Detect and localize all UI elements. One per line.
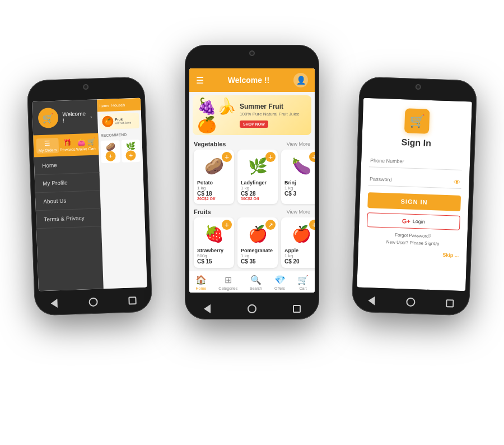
drawer-screen: Items Househ 🍊 Fruit al Fruit Juice xyxy=(32,98,147,291)
product-mini-2: 🌿 + xyxy=(121,140,141,163)
signin-button[interactable]: SIGN IN xyxy=(367,192,461,211)
tab-household[interactable]: Househ xyxy=(111,103,125,107)
apple-weight: 1 kg xyxy=(284,253,315,258)
product-potato: + 🥔 Potato 1 kg C$ 18 20C$2 Off xyxy=(194,150,234,204)
apple-name: Apple xyxy=(284,248,315,253)
user-avatar-icon[interactable]: 👤 xyxy=(293,73,308,87)
nav-search[interactable]: 🔍 Search xyxy=(250,275,262,290)
product-brinjal: + 🍆 Brinj 1 kg C$ 3 xyxy=(281,150,315,204)
fruits-grid: + 🍓 Strawberry 500g C$ 15 ↗ 🍎 Pomegranat… xyxy=(189,217,315,270)
cart-nav-label: Cart xyxy=(300,286,307,290)
drawer-overlay: 🛒 Welcome ! › ☰ My Orders 🎁 Rewards xyxy=(32,99,104,291)
brinjal-name: Brinj xyxy=(284,180,315,186)
recents-button-center[interactable] xyxy=(292,304,302,314)
google-login-button[interactable]: G+ Login xyxy=(367,212,460,230)
add-strawberry-btn[interactable]: + xyxy=(222,220,232,230)
add-ladyfinger-btn[interactable]: + xyxy=(265,152,276,162)
menu-item-terms[interactable]: Terms & Privacy xyxy=(36,208,101,229)
home-nav-icon: 🏠 xyxy=(195,275,207,285)
nav-cart[interactable]: 🛒 Cart xyxy=(297,275,309,290)
phone-left-nav xyxy=(34,295,152,309)
add-potato-btn[interactable]: + xyxy=(222,152,232,162)
ladyfinger-name: Ladyfinger xyxy=(241,180,274,186)
google-g-icon: G+ xyxy=(402,217,410,225)
back-button-right[interactable] xyxy=(366,295,377,306)
drawer-avatar: 🛒 xyxy=(38,108,58,128)
toolbar-item-wallet[interactable]: 👛 Wallet xyxy=(76,138,87,151)
orders-label: My Orders xyxy=(39,148,57,152)
categories-nav-icon: ⊞ xyxy=(225,275,232,285)
password-input[interactable] xyxy=(368,173,462,189)
fruit-subtitle: al Fruit Juice xyxy=(115,120,132,124)
wallet-icon: 👛 xyxy=(77,138,85,146)
new-user-signup-link[interactable]: New User? Please SignUp xyxy=(386,239,440,246)
vegetables-section-header: Vegetables View More xyxy=(189,138,315,150)
app-header: ☰ Welcome !! 👤 xyxy=(189,68,315,92)
forgot-password-link[interactable]: Forgot Password? xyxy=(395,233,431,239)
recommend-label: RECOMMEND xyxy=(100,131,139,139)
nav-home[interactable]: 🏠 Home xyxy=(195,275,207,290)
promo-banner[interactable]: 🍇🍌🍊 Summer Fruit 100% Pure Natural Fruit… xyxy=(193,95,311,135)
home-nav-label: Home xyxy=(195,286,206,290)
vegetables-grid: + 🥔 Potato 1 kg C$ 18 20C$2 Off + 🌿 Lady xyxy=(189,150,315,206)
drawer-welcome-text: Welcome ! xyxy=(62,110,86,123)
offers-nav-label: Offers xyxy=(274,286,285,290)
product-pomegranate: ↗ 🍎 Pomegranate 1 kg C$ 35 xyxy=(237,217,278,268)
fruits-view-more[interactable]: View More xyxy=(287,209,310,215)
recents-button-left[interactable] xyxy=(127,295,138,306)
brinjal-weight: 1 kg xyxy=(284,186,315,191)
menu-item-about[interactable]: About Us xyxy=(35,191,101,211)
ladyfinger-price: C$ 28 xyxy=(241,191,274,197)
toolbar-item-orders[interactable]: ☰ My Orders xyxy=(36,138,59,154)
strawberry-name: Strawberry xyxy=(197,248,231,253)
ladyfinger-weight: 1 kg xyxy=(241,186,274,191)
skip-button[interactable]: Skip ... xyxy=(442,252,459,258)
potato-name: Potato xyxy=(197,180,231,186)
app-logo: 🛒 xyxy=(404,108,430,134)
drawer-toolbar: ☰ My Orders 🎁 Rewards 👛 Wallet xyxy=(33,133,99,157)
categories-nav-label: Categories xyxy=(218,286,237,290)
phone-left-camera xyxy=(83,84,88,90)
phone-left: Items Househ 🍊 Fruit al Fruit Juice xyxy=(27,76,153,316)
phone-left-screen: Items Househ 🍊 Fruit al Fruit Juice xyxy=(32,98,147,291)
menu-item-home[interactable]: Home xyxy=(34,155,100,175)
product-mini-1: 🥔 + xyxy=(101,140,120,163)
app-scroll-area: 🍇🍌🍊 Summer Fruit 100% Pure Natural Fruit… xyxy=(189,92,315,271)
search-nav-label: Search xyxy=(250,286,262,290)
toolbar-item-cart[interactable]: 🛒 Cart xyxy=(87,138,96,151)
back-button-left[interactable] xyxy=(49,298,59,309)
strawberry-price: C$ 15 xyxy=(197,258,231,265)
home-button-right[interactable] xyxy=(405,297,416,308)
zoom-icon[interactable]: ↗ xyxy=(265,220,276,230)
strawberry-weight: 500g xyxy=(197,253,231,258)
banner-text-area: Summer Fruit 100% Pure Natural Fruit Jui… xyxy=(240,103,307,128)
ladyfinger-discount: 30C$2 Off xyxy=(241,197,274,201)
home-button-center[interactable] xyxy=(247,304,257,314)
phone-right-nav xyxy=(352,295,470,309)
phone-center: ☰ Welcome !! 👤 🍇🍌🍊 Summer Fruit 100% Pur… xyxy=(185,45,319,319)
nav-categories[interactable]: ⊞ Categories xyxy=(218,275,237,290)
drawer-main-peek: Items Househ 🍊 Fruit al Fruit Juice xyxy=(97,98,147,289)
pomegranate-name: Pomegranate xyxy=(241,248,274,253)
home-button-left[interactable] xyxy=(88,297,99,308)
app-title: Welcome !! xyxy=(228,76,269,85)
plus-btn-mini-1[interactable]: + xyxy=(105,151,116,161)
recents-button-right[interactable] xyxy=(445,298,455,309)
phone-right-camera xyxy=(416,84,421,90)
rewards-label: Rewards xyxy=(60,147,76,152)
back-button-center[interactable] xyxy=(202,304,212,314)
toolbar-item-rewards[interactable]: 🎁 Rewards xyxy=(59,138,75,152)
product-ladyfinger: + 🌿 Ladyfinger 1 kg C$ 28 30C$2 Off xyxy=(237,150,278,204)
bottom-nav: 🏠 Home ⊞ Categories 🔍 Search 💎 xyxy=(189,271,315,293)
tab-items[interactable]: Items xyxy=(100,103,109,108)
hamburger-icon[interactable]: ☰ xyxy=(196,75,204,86)
google-login-label: Login xyxy=(413,219,425,225)
plus-btn-mini-2[interactable]: + xyxy=(126,150,137,161)
rewards-icon: 🎁 xyxy=(63,138,72,147)
phone-number-input[interactable] xyxy=(369,154,463,170)
menu-item-profile[interactable]: My Profile xyxy=(35,173,100,193)
shop-now-button[interactable]: SHOP NOW xyxy=(240,120,268,128)
eye-toggle-icon[interactable]: 👁 xyxy=(454,178,460,186)
nav-offers[interactable]: 💎 Offers xyxy=(274,275,286,290)
vegetables-view-more[interactable]: View More xyxy=(287,141,310,147)
